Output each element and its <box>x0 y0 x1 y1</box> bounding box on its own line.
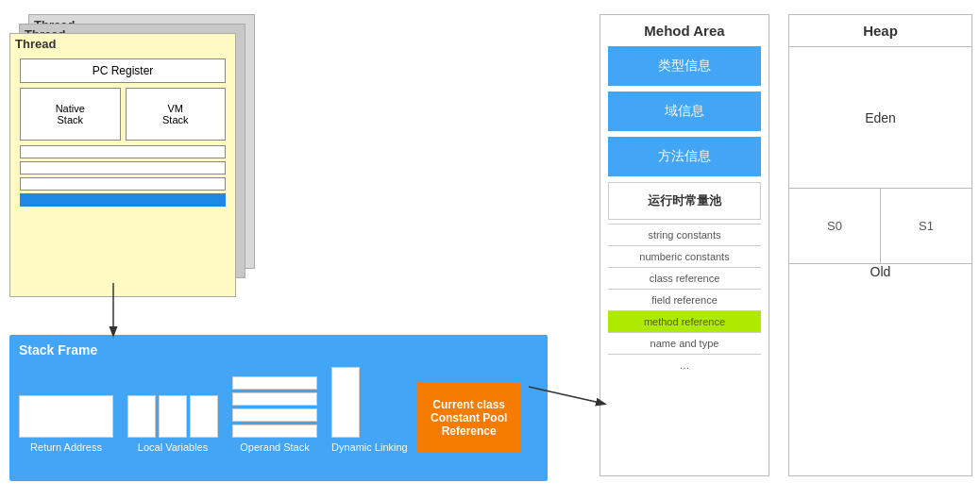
item-ellipsis: … <box>608 354 761 375</box>
operand-stack-label: Operand Stack <box>232 441 317 453</box>
local-variables-label: Local Variables <box>127 441 218 453</box>
runtime-pool-section: 运行时常量池 <box>608 182 761 220</box>
runtime-pool-title: 运行时常量池 <box>609 188 760 214</box>
heap-survivor-row: S0 S1 <box>789 189 972 264</box>
dynamic-linking-label: Dynamic Linking <box>331 441 408 453</box>
heap-title: Heap <box>789 15 972 47</box>
operand-line-1 <box>232 376 317 390</box>
operand-line-2 <box>232 392 317 406</box>
method-area-method-info: 方法信息 <box>608 137 761 176</box>
var-cell-2 <box>159 395 187 438</box>
stack-line-blue <box>20 193 226 207</box>
var-cell-3 <box>190 395 218 438</box>
item-name-and-type: name and type <box>608 332 761 354</box>
local-variables-group: Local Variables <box>127 395 218 453</box>
var-cell-1 <box>127 395 156 438</box>
heap-eden: Eden <box>789 47 972 189</box>
heap-s1: S1 <box>881 189 972 263</box>
main-diagram: Thread Thread Thread PC Register NativeS… <box>0 0 980 499</box>
heap-old: Old <box>789 264 972 279</box>
operand-line-3 <box>232 408 317 422</box>
vm-stack-label: VMStack <box>162 103 189 125</box>
method-area-title: Mehod Area <box>600 15 769 46</box>
thread-label-1: Thread <box>10 34 235 54</box>
stack-frame: Stack Frame Return Address Local Variabl… <box>9 335 548 481</box>
stack-frame-content: Return Address Local Variables <box>19 367 538 453</box>
stack-line-1 <box>20 145 226 158</box>
native-stack-box: NativeStack <box>20 88 121 141</box>
method-area-field-info: 域信息 <box>608 91 761 131</box>
item-class-reference: class reference <box>608 267 761 289</box>
stack-boxes-row: NativeStack VMStack <box>20 88 226 141</box>
operand-stack-lines <box>232 376 317 438</box>
item-method-reference: method reference <box>608 310 761 332</box>
vm-stack-box: VMStack <box>126 88 227 141</box>
stack-line-2 <box>20 161 226 175</box>
operand-line-4 <box>232 424 317 438</box>
dynamic-linking-group: Dynamic Linking Current classConstant Po… <box>331 367 521 453</box>
current-class-pool-box: Current classConstant PoolReference <box>417 382 521 453</box>
item-field-reference: field reference <box>608 289 761 310</box>
stack-frame-title: Stack Frame <box>19 342 538 358</box>
pc-register-label: PC Register <box>93 64 154 77</box>
current-class-pool-label: Current classConstant PoolReference <box>431 398 507 438</box>
local-variables-cells <box>127 395 218 438</box>
stack-lines-group <box>20 145 226 207</box>
return-address-box <box>19 395 113 438</box>
pc-register-box: PC Register <box>20 58 226 83</box>
heap-area: Heap Eden S0 S1 Old <box>788 14 972 476</box>
return-address-label: Return Address <box>19 441 113 453</box>
stack-line-3 <box>20 177 226 191</box>
method-area: Mehod Area 类型信息 域信息 方法信息 运行时常量池 string c… <box>600 14 769 476</box>
dynamic-linking-box <box>331 367 360 438</box>
return-address-group: Return Address <box>19 395 113 453</box>
thread-stack-area: Thread Thread Thread PC Register NativeS… <box>9 14 264 307</box>
operand-stack-group: Operand Stack <box>232 376 317 453</box>
method-area-type-info: 类型信息 <box>608 46 761 86</box>
thread-main: Thread PC Register NativeStack VMStack <box>9 33 236 297</box>
native-stack-label: NativeStack <box>56 103 85 125</box>
item-numberic-constants: numberic constants <box>608 245 761 267</box>
heap-s0: S0 <box>789 189 881 263</box>
item-string-constants: string constants <box>608 224 761 245</box>
dynamic-linking-inner: Dynamic Linking <box>331 367 408 453</box>
